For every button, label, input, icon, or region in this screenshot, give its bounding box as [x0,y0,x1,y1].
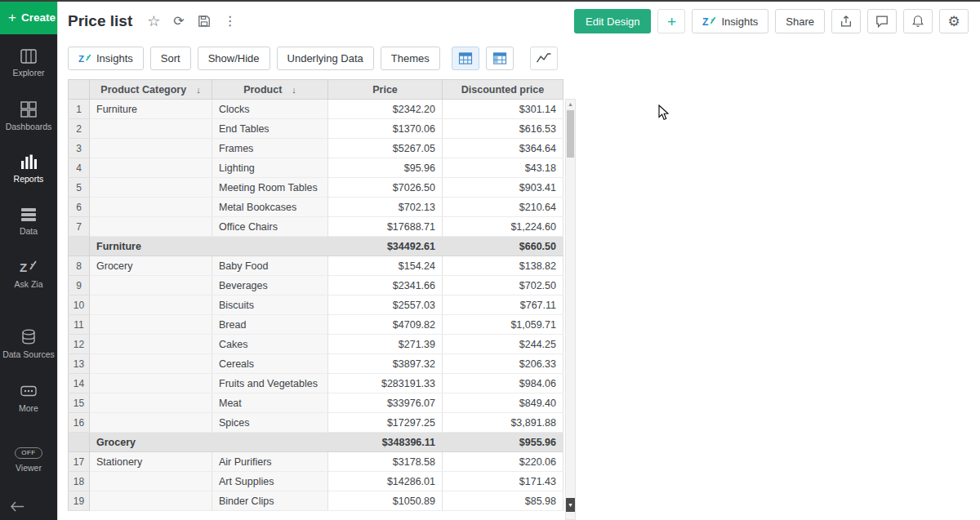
insights-button-label: Insights [721,16,758,28]
table-row[interactable]: 15Meat$33976.07$849.40 [69,393,564,413]
table-row[interactable]: 8GroceryBaby Food$154.24$138.82 [69,256,564,276]
sidebar-item-data[interactable]: Data [0,207,57,237]
row-number-cell: 16 [69,413,90,433]
product-cell: Meat [212,393,328,413]
row-number-cell [69,237,90,256]
table-row[interactable]: 6Metal Bookcases$702.13$210.64 [69,198,564,217]
scroll-down-arrow[interactable]: ▼ [566,498,575,512]
subtotal-discount: $660.50 [443,237,564,256]
scroll-up-arrow[interactable]: ▲ [566,100,575,109]
sidebar-item-more[interactable]: More [0,383,57,414]
sidebar-collapse-button[interactable] [0,492,57,520]
table-row[interactable]: 3Frames$5267.05$364.64 [69,139,564,158]
column-header-product-category[interactable]: Product Category↓ [90,80,212,100]
product-cell: Frames [212,139,328,158]
product-cell: Beverages [212,276,328,296]
discount-cell: $43.18 [443,158,564,178]
sidebar-item-dashboards[interactable]: Dashboards [0,101,57,132]
table-view-button[interactable] [452,47,479,70]
discount-cell: $984.06 [443,374,564,393]
table-row[interactable]: 5Meeting Room Tables$7026.50$903.41 [69,178,564,198]
table-row[interactable]: 9Beverages$2341.66$702.50 [69,276,564,296]
sidebar-item-viewer[interactable]: OFFViewer [0,447,57,473]
category-cell [90,217,212,237]
table-row[interactable]: 14Fruits and Vegetables$283191.33$984.06 [69,374,564,393]
row-number-cell: 5 [69,178,90,198]
column-header-price[interactable]: Price [328,80,443,100]
table-row[interactable]: 4Lighting$95.96$43.18 [69,158,564,178]
chart-view-button[interactable] [530,47,558,70]
sidebar-item-ask-zia[interactable]: ZAsk Zia [0,259,57,290]
product-cell: Air Purifiers [212,452,328,472]
discount-cell: $244.25 [443,335,564,354]
alerts-button[interactable] [903,9,933,33]
toolbar-insights-button[interactable]: Z Insights [68,47,144,70]
table-row[interactable]: 2End Tables$1370.06$616.53 [69,119,564,139]
kebab-menu-icon[interactable]: ⋮ [224,15,237,28]
page-title: Price list [68,12,132,30]
discount-cell: $206.33 [443,354,564,374]
sidebar-item-data-sources[interactable]: Data Sources [0,329,57,360]
scrollbar-thumb[interactable] [567,110,574,158]
create-button-label: Create [21,11,56,24]
toolbar-insights-label: Insights [96,52,133,64]
main-area: Price list ☆ ⟳ ⋮ Edit Design + Z Insight… [57,0,980,520]
show-hide-button[interactable]: Show/Hide [198,47,270,70]
export-icon [840,15,853,28]
table-row[interactable]: 7Office Chairs$17688.71$1,224.60 [69,217,564,237]
row-number-cell: 7 [69,217,90,237]
discount-cell: $220.06 [443,452,564,472]
edit-design-button[interactable]: Edit Design [574,9,651,33]
add-view-button[interactable]: + [657,9,685,33]
discount-cell: $1,224.60 [443,217,564,237]
save-icon[interactable] [198,15,211,28]
table-row[interactable]: 16Spices$17297.25$3,891.88 [69,413,564,433]
row-number-cell: 18 [69,472,90,491]
product-cell: Baby Food [212,256,328,276]
product-cell: Cakes [212,335,328,354]
product-cell [212,237,328,256]
row-number-cell: 14 [69,374,90,393]
table-body: 1FurnitureClocks$2342.20$301.142End Tabl… [69,100,564,511]
category-cell [90,472,212,491]
table-row[interactable]: 1FurnitureClocks$2342.20$301.14 [69,100,564,119]
table-row[interactable]: 19Binder Clips$1050.89$85.98 [69,491,564,511]
underlying-data-button[interactable]: Underlying Data [277,47,374,70]
vertical-scrollbar[interactable]: ▲ ▼ [565,99,576,520]
column-header-product[interactable]: Product↓ [212,80,328,100]
table-row[interactable]: 18Art Supplies$14286.01$171.43 [69,472,564,491]
create-button[interactable]: + Create [0,0,57,34]
price-cell: $2557.03 [328,296,443,315]
sort-button[interactable]: Sort [150,47,191,70]
sidebar-item-label: Data Sources [2,349,55,360]
category-cell [90,119,212,139]
table-row[interactable]: 10Biscuits$2557.03$767.11 [69,296,564,315]
subtotal-row[interactable]: Furniture$34492.61$660.50 [69,237,564,256]
pivot-view-button[interactable] [486,47,514,70]
refresh-icon[interactable]: ⟳ [173,15,184,28]
sidebar-item-explorer[interactable]: Explorer [0,49,57,78]
export-button[interactable] [831,9,861,33]
price-cell: $1050.89 [328,491,443,511]
comments-button[interactable] [867,9,897,33]
price-cell: $2341.66 [328,276,443,296]
share-button[interactable]: Share [775,9,825,33]
sort-arrow-icon[interactable]: ↓ [292,85,296,95]
sort-arrow-icon[interactable]: ↓ [196,85,201,95]
table-row[interactable]: 13Cereals$3897.32$206.33 [69,354,564,374]
settings-button[interactable]: ⚙ [939,9,969,33]
themes-button[interactable]: Themes [381,47,440,70]
comment-icon [875,15,889,28]
favorite-star-icon[interactable]: ☆ [147,14,160,29]
discount-cell: $85.98 [443,491,564,511]
table-row[interactable]: 11Bread$4709.82$1,059.71 [69,315,564,335]
sidebar-item-reports[interactable]: Reports [0,154,57,184]
price-cell: $33976.07 [328,393,443,413]
column-header-discounted-price[interactable]: Discounted price [443,80,564,100]
zia-icon: Z [78,53,91,64]
insights-button[interactable]: Z Insights [692,9,768,33]
subtotal-row[interactable]: Grocery$348396.11$955.96 [69,433,564,452]
table-row[interactable]: 12Cakes$271.39$244.25 [69,335,564,354]
sidebar-item-label: Explorer [12,68,44,78]
table-row[interactable]: 17StationeryAir Purifiers$3178.58$220.06 [69,452,564,472]
